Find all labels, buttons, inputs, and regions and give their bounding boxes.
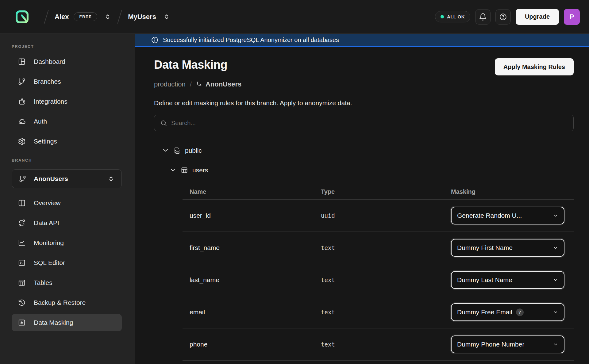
masking-rule-value: Dummy Free Email [457,308,512,316]
chevrons-up-down-icon [104,13,111,21]
cloud-key-icon [18,117,26,125]
sidebar-item-sql-editor[interactable]: SQL Editor [12,254,122,271]
branch-nav: Overview Data API Monitoring SQL Edi [12,194,122,331]
chart-line-icon [18,239,26,247]
sidebar-item-tables[interactable]: Tables [12,274,122,291]
column-type: text [321,341,451,348]
columns-table: Name Type Masking user_id uuid Generate … [183,184,574,361]
schema-name: public [185,147,202,154]
masking-rule-select[interactable]: Dummy Free Email ? [451,303,564,321]
main-content: Successfully initialized PostgreSQL Anon… [135,34,589,364]
sidebar-item-auth[interactable]: Auth [12,113,122,130]
success-banner: Successfully initialized PostgreSQL Anon… [135,34,589,47]
masking-rule-select[interactable]: Dummy First Name [451,239,564,257]
table-row-user-id: user_id uuid Generate Random U... [183,200,574,232]
column-header-name: Name [183,188,321,195]
sidebar-item-settings[interactable]: Settings [12,133,122,150]
user-avatar[interactable]: P [564,9,580,25]
breadcrumb-slash: / [190,80,192,88]
sidebar-item-label: Data API [34,219,59,227]
column-type: text [321,309,451,316]
masking-rule-select[interactable]: Dummy Last Name [451,271,564,289]
table-row-email: email text Dummy Free Email ? [183,296,574,328]
sidebar-item-label: Tables [34,279,52,286]
sidebar-item-label: Monitoring [34,239,64,247]
search-input[interactable] [171,120,568,127]
sidebar-item-data-masking[interactable]: Data Masking [12,314,122,331]
table-row-first-name: first_name text Dummy First Name [183,232,574,264]
column-type: uuid [321,212,451,219]
sidebar-item-branches[interactable]: Branches [12,73,122,90]
masking-help-badge[interactable]: ? [516,308,524,316]
sidebar-item-label: Auth [34,118,47,125]
puzzle-icon [18,98,26,105]
table-name: users [192,167,208,174]
chevrons-up-down-icon [107,175,115,182]
branch-selector[interactable]: AnonUsers [12,169,122,188]
breadcrumb-current-branch[interactable]: AnonUsers [196,80,241,88]
project-nav: Dashboard Branches Integrations Auth [12,53,122,150]
tree-node-table[interactable]: users [154,163,574,177]
project-section-label: PROJECT [12,44,122,49]
sidebar-item-backup-restore[interactable]: Backup & Restore [12,294,122,311]
masking-rule-select[interactable]: Dummy Phone Number [451,335,564,353]
overview-icon [18,199,26,207]
column-name: phone [183,341,321,348]
sidebar-item-integrations[interactable]: Integrations [12,93,122,110]
breadcrumb-parent[interactable]: production [154,80,186,88]
sidebar-item-label: Overview [34,199,61,207]
sidebar-item-overview[interactable]: Overview [12,194,122,212]
breadcrumb-current-label: AnonUsers [206,80,241,88]
masking-rule-select[interactable]: Generate Random U... [451,207,564,224]
tree-node-schema[interactable]: public [154,144,574,157]
masking-rule-value: Dummy Phone Number [457,341,524,348]
plan-badge: FREE [74,12,97,21]
sidebar-item-dashboard[interactable]: Dashboard [12,53,122,70]
branch-section-label: BRANCH [12,158,122,163]
notifications-button[interactable] [475,9,491,25]
schema-icon [173,147,181,154]
neon-logo-icon[interactable] [14,9,30,25]
masking-rule-value: Dummy First Name [457,244,513,251]
sidebar-item-label: Branches [34,78,61,85]
column-name: email [183,308,321,316]
search-icon [160,120,167,127]
sidebar-item-monitoring[interactable]: Monitoring [12,234,122,251]
route-icon [18,219,26,227]
sidebar-item-label: Backup & Restore [34,299,86,306]
topbar-separator [44,10,48,24]
apply-masking-rules-button[interactable]: Apply Masking Rules [495,58,574,75]
column-name: first_name [183,244,321,251]
info-icon [151,36,159,44]
schema-tree: public users [154,144,574,177]
chevron-down-icon [553,245,558,251]
project-name: MyUsers [128,13,156,21]
sidebar-item-label: Settings [34,138,57,145]
history-icon [18,299,26,307]
upgrade-button[interactable]: Upgrade [516,9,559,25]
banner-text: Successfully initialized PostgreSQL Anon… [163,36,339,44]
child-branch-icon [196,81,203,88]
table-icon [18,279,26,287]
project-switcher[interactable]: MyUsers [128,13,170,21]
chevron-down-icon [553,277,558,283]
sidebar-item-label: Integrations [34,98,67,105]
bell-icon [479,13,487,21]
columns-table-header: Name Type Masking [183,184,574,200]
help-button[interactable] [495,9,511,25]
gear-icon [18,137,26,145]
mask-window-icon [18,319,26,327]
dashboard-icon [18,58,26,66]
masking-rule-value: Dummy Last Name [457,276,512,284]
status-pill[interactable]: ALL OK [435,11,470,22]
chevron-down-icon [169,167,176,174]
masking-rule-value: Generate Random U... [457,212,522,219]
chevrons-up-down-icon [163,13,170,21]
git-branch-icon [19,175,26,183]
column-header-type: Type [321,188,451,195]
org-switcher[interactable]: Alex FREE [55,12,111,21]
git-branch-icon [18,78,26,86]
branch-selector-value: AnonUsers [34,175,68,182]
topbar: Alex FREE MyUsers ALL OK [0,0,589,34]
sidebar-item-data-api[interactable]: Data API [12,214,122,232]
